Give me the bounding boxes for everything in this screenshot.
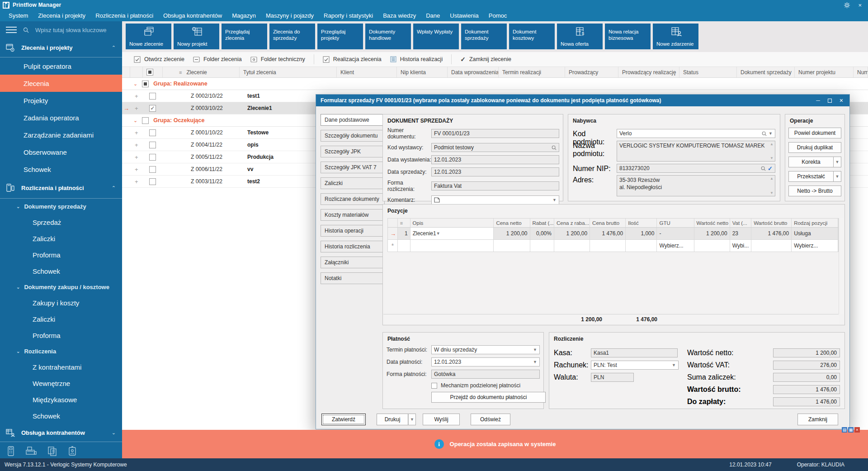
column-header-prowadzacy[interactable]: Prowadzący — [565, 67, 618, 77]
sidebar-group-rozliczenia[interactable]: ⌄ Rozliczenia — [0, 343, 122, 359]
tab-historia-rozliczenia[interactable]: Historia rozliczenia — [321, 241, 385, 252]
position-description-combo[interactable]: Zlecenie1▼ — [410, 228, 494, 239]
menu-maszyny-i-pojazdy[interactable]: Maszyny i pojazdy — [261, 10, 319, 21]
column-header-numer-projektu[interactable]: Numer projektu — [795, 67, 854, 77]
select-all-checkbox[interactable] — [143, 67, 163, 77]
sidebar-item-z-kontrahentami[interactable]: Z kontrahentami — [0, 359, 122, 375]
correction-button[interactable]: Korekta — [788, 157, 834, 167]
refresh-button[interactable]: Odśwież — [471, 414, 510, 425]
dropdown-arrow-icon[interactable]: ▼ — [436, 231, 440, 236]
scroll-up-icon[interactable]: ▲ — [770, 176, 774, 181]
tab-dane-podstawowe[interactable]: Dane podstawowe — [321, 114, 385, 126]
col-cena-netto[interactable]: Cena netto — [494, 219, 530, 227]
sidebar-section-zlecenia-i-projekty[interactable]: Zlecenia i projekty ⌃ — [0, 38, 122, 57]
sidebar-group-dokumenty-sprzedazy[interactable]: ⌄ Dokumenty sprzedaży — [0, 199, 122, 214]
col-rabat[interactable]: Rabat (... — [530, 219, 554, 227]
scroll-down-icon[interactable]: ▼ — [770, 156, 774, 160]
id-badge-icon[interactable] — [68, 446, 77, 457]
menu-rozliczenia-i-platnosci[interactable]: Rozliczenia i płatności — [90, 10, 158, 21]
row-expander[interactable]: + — [130, 176, 143, 187]
order-fulfillment-button[interactable]: Realizacja zlecenia — [323, 56, 382, 63]
dialog-close-icon[interactable]: × — [840, 97, 843, 104]
row-expander[interactable]: + — [130, 139, 143, 151]
transform-dropdown-arrow[interactable]: ▼ — [834, 171, 841, 182]
tab-rozliczane-dokumenty[interactable]: Rozliczane dokumenty — [321, 193, 385, 205]
vat-select-cell[interactable]: Wybi... — [730, 240, 752, 252]
menu-zlecenia-i-projekty[interactable]: Zlecenia i projekty — [33, 10, 90, 21]
scroll-up-icon[interactable]: ▲ — [770, 142, 774, 146]
column-header-data-wprowadzenia[interactable]: Data wprowadzenia — [448, 67, 499, 77]
row-checkbox[interactable] — [149, 154, 156, 161]
tile-nowy-projekt[interactable]: Nowy projekt — [174, 24, 219, 49]
sidebar-item-schowek[interactable]: Schowek — [0, 161, 122, 178]
menu-ustawienia[interactable]: Ustawienia — [445, 10, 484, 21]
search-icon[interactable] — [761, 166, 766, 171]
menu-baza-wiedzy[interactable]: Baza wiedzy — [378, 10, 421, 21]
tab-szczegoly-jpk-vat7[interactable]: Szczegóły JPK VAT 7 — [321, 162, 385, 173]
tile-przegladaj-zlecenia[interactable]: Przeglądaj zlecenia — [222, 24, 267, 49]
column-header-tytul[interactable]: Tytuł zlecenia — [240, 67, 337, 77]
print-button[interactable]: Drukuj — [377, 414, 408, 425]
tile-nowe-zlecenie[interactable]: Nowe zlecenie — [126, 24, 171, 49]
sidebar-item-zarzadzanie-zadaniami[interactable]: Zarządzanie zadaniami — [0, 126, 122, 143]
menu-raporty-i-statystyki[interactable]: Raporty i statystyki — [319, 10, 378, 21]
fulfillment-history-button[interactable]: Historia realizacji — [390, 56, 443, 62]
close-order-button[interactable]: ✓ Zamknij zlecenie — [460, 56, 511, 63]
tile-nowa-relacja-biznesowa[interactable]: Nowa relacja biznesowa — [605, 24, 651, 49]
tab-notatki[interactable]: Notatki — [321, 272, 385, 284]
dropdown-arrow-icon[interactable]: ▼ — [769, 131, 773, 136]
column-header-dokument-sprzedazy[interactable]: Dokument sprzedaży — [737, 67, 795, 77]
documents-icon[interactable] — [47, 446, 58, 457]
sidebar-item-zadania-operatora[interactable]: Zadania operatora — [0, 109, 122, 126]
tile-dokument-sprzedazy[interactable]: Dokument sprzedaży — [461, 24, 507, 49]
dropdown-arrow-icon[interactable]: ▼ — [533, 360, 537, 364]
row-checkbox[interactable] — [149, 93, 156, 100]
sidebar-search-input[interactable] — [35, 27, 108, 33]
sidebar-item-wewnetrzne[interactable]: Wewnętrzne — [0, 375, 122, 391]
sidebar-item-zlecenia[interactable]: Zlecenia — [0, 75, 122, 92]
column-header-termin-realizacji[interactable]: Termin realizacji — [499, 67, 565, 77]
sidebar-item-schowek-rozliczenia[interactable]: Schowek — [0, 408, 122, 424]
col-wartosc-brutto[interactable]: Wartość brutto — [751, 219, 792, 227]
col-cena-z-rabatem[interactable]: Cena z raba... — [554, 219, 590, 227]
tab-zalaczniki[interactable]: Załączniki — [321, 257, 385, 268]
correction-dropdown-arrow[interactable]: ▼ — [834, 157, 841, 167]
netto-brutto-button[interactable]: Netto -> Brutto — [788, 186, 841, 196]
menu-magazyn[interactable]: Magazyn — [227, 10, 261, 21]
payment-term-select[interactable]: W dniu sprzedaży▼ — [431, 345, 540, 354]
pos-terminal-icon[interactable] — [6, 446, 15, 457]
dropdown-arrow-icon[interactable]: ▼ — [533, 347, 537, 352]
sidebar-item-zaliczki-sprzedaz[interactable]: Zaliczki — [0, 230, 122, 247]
buyer-nip-field[interactable]: 8133273020 ✓ — [617, 164, 775, 173]
scroll-down-icon[interactable]: ▼ — [770, 191, 774, 195]
tab-szczegoly-dokumentu[interactable]: Szczegóły dokumentu — [321, 130, 385, 142]
dialog-maximize-icon[interactable] — [828, 99, 832, 103]
tray-icon-blue-2[interactable]: ▦ — [848, 427, 854, 433]
menu-obsluga-kontrahentow[interactable]: Obsługa kontrahentów — [158, 10, 227, 21]
search-icon[interactable] — [762, 131, 767, 136]
row-checkbox[interactable] — [149, 178, 156, 185]
dialog-minimize-icon[interactable]: ─ — [816, 98, 820, 103]
row-expander[interactable]: + — [130, 127, 143, 138]
column-header-nip[interactable]: Nip klienta — [397, 67, 448, 77]
row-expander[interactable]: + — [130, 151, 143, 163]
sidebar-item-projekty[interactable]: Projekty — [0, 92, 122, 109]
col-vat[interactable]: Vat (... — [730, 219, 752, 227]
window-close-icon[interactable]: × — [858, 2, 862, 8]
tab-koszty-materialow[interactable]: Koszty materiałów — [321, 209, 385, 221]
row-expander[interactable]: + — [130, 163, 143, 175]
dropdown-arrow-icon[interactable]: ▼ — [552, 198, 557, 202]
menu-dane[interactable]: Dane — [421, 10, 445, 21]
dropdown-arrow-icon[interactable]: ▼ — [672, 363, 676, 367]
tile-zlecenia-do-sprzedazy[interactable]: Zlecenia do sprzedaży — [269, 24, 315, 49]
sidebar-item-proforma-sprzedaz[interactable]: Proforma — [0, 247, 122, 263]
sidebar-section-rozliczenia-i-platnosci[interactable]: Rozliczenia i płatności ⌃ — [0, 178, 122, 199]
cash-register-icon[interactable] — [25, 446, 37, 457]
goto-payment-document-button[interactable]: Przejdź do dokumentu płatności — [431, 392, 546, 403]
print-duplicate-button[interactable]: Drukuj duplikat — [788, 142, 841, 153]
col-cena-brutto[interactable]: Cena brutto — [590, 219, 626, 227]
sidebar-item-schowek-sprzedaz[interactable]: Schowek — [0, 263, 122, 279]
settings-gear-icon[interactable] — [844, 2, 850, 8]
position-new-row[interactable]: * Wybierz... Wybi... Wybierz... — [387, 240, 839, 252]
menu-pomoc[interactable]: Pomoc — [484, 10, 512, 21]
